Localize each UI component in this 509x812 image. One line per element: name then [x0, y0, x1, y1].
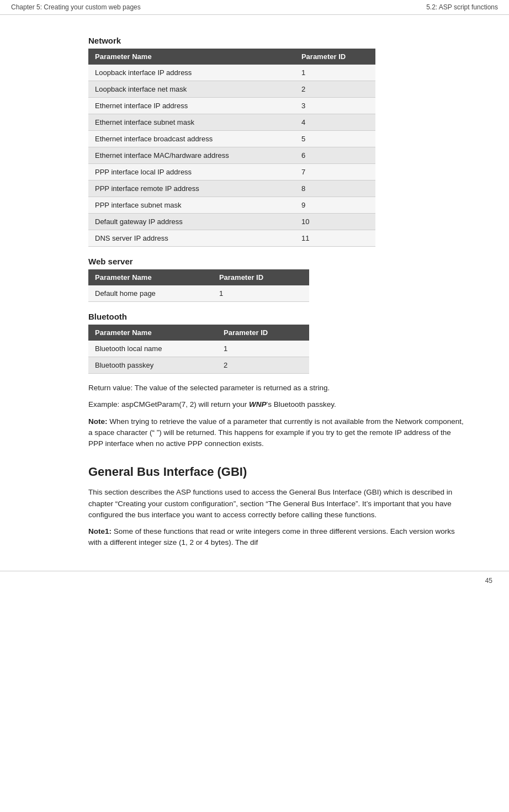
- table-row: Default home page1: [88, 285, 309, 302]
- network-col1-header: Parameter Name: [88, 49, 295, 65]
- gbi-note2-para: Note1: Some of these functions that read…: [88, 526, 465, 549]
- gbi-note2-label: Note1:: [88, 527, 112, 535]
- parameter-id-cell: 8: [295, 181, 375, 197]
- table-row: Ethernet interface broadcast address5: [88, 131, 375, 147]
- table-row: PPP interface local IP address7: [88, 164, 375, 181]
- webserver-col1-header: Parameter Name: [88, 269, 213, 285]
- parameter-id-cell: 9: [295, 197, 375, 214]
- network-table: Parameter Name Parameter ID Loopback int…: [88, 49, 375, 247]
- parameter-id-cell: 2: [295, 81, 375, 98]
- network-table-header-row: Parameter Name Parameter ID: [88, 49, 375, 65]
- parameter-id-cell: 2: [217, 357, 309, 374]
- parameter-id-cell: 11: [295, 230, 375, 247]
- table-row: Default gateway IP address10: [88, 214, 375, 230]
- parameter-name-cell: PPP interface subnet mask: [88, 197, 295, 214]
- page-header: Chapter 5: Creating your custom web page…: [0, 0, 509, 15]
- parameter-id-cell: 5: [295, 131, 375, 147]
- bluetooth-table: Parameter Name Parameter ID Bluetooth lo…: [88, 325, 309, 374]
- table-row: DNS server IP address11: [88, 230, 375, 247]
- parameter-name-cell: Loopback interface IP address: [88, 65, 295, 81]
- table-row: Ethernet interface IP address3: [88, 98, 375, 114]
- parameter-name-cell: Bluetooth passkey: [88, 357, 217, 374]
- example-suffix: 's Bluetooth passkey.: [267, 400, 336, 408]
- table-row: Loopback interface IP address1: [88, 65, 375, 81]
- note-para: Note: When trying to retrieve the value …: [88, 416, 465, 450]
- parameter-name-cell: PPP interface remote IP address: [88, 181, 295, 197]
- network-col2-header: Parameter ID: [295, 49, 375, 65]
- header-right: 5.2: ASP script functions: [426, 3, 498, 11]
- page-number: 45: [0, 571, 509, 590]
- table-row: Ethernet interface subnet mask4: [88, 114, 375, 131]
- table-row: Bluetooth local name1: [88, 341, 309, 357]
- gbi-section-title: General Bus Interface (GBI): [88, 465, 465, 479]
- webserver-table-header-row: Parameter Name Parameter ID: [88, 269, 309, 285]
- parameter-name-cell: PPP interface local IP address: [88, 164, 295, 181]
- parameter-id-cell: 10: [295, 214, 375, 230]
- example-para: Example: aspCMGetParam(7, 2) will return…: [88, 399, 465, 410]
- return-value-para: Return value: The value of the selected …: [88, 383, 465, 394]
- example-italic: WNP: [249, 400, 267, 408]
- parameter-id-cell: 1: [217, 341, 309, 357]
- bluetooth-table-header-row: Parameter Name Parameter ID: [88, 325, 309, 341]
- table-row: Loopback interface net mask2: [88, 81, 375, 98]
- webserver-table: Parameter Name Parameter ID Default home…: [88, 269, 309, 302]
- table-row: Ethernet interface MAC/hardware address6: [88, 147, 375, 164]
- table-row: PPP interface subnet mask9: [88, 197, 375, 214]
- parameter-name-cell: DNS server IP address: [88, 230, 295, 247]
- table-row: Bluetooth passkey2: [88, 357, 309, 374]
- parameter-name-cell: Default gateway IP address: [88, 214, 295, 230]
- parameter-name-cell: Ethernet interface broadcast address: [88, 131, 295, 147]
- parameter-name-cell: Ethernet interface subnet mask: [88, 114, 295, 131]
- network-section-title: Network: [88, 36, 465, 45]
- note-label: Note:: [88, 417, 108, 426]
- parameter-id-cell: 1: [295, 65, 375, 81]
- parameter-id-cell: 1: [213, 285, 309, 302]
- paragraphs-block: Return value: The value of the selected …: [88, 383, 465, 449]
- webserver-section-title: Web server: [88, 257, 465, 266]
- note-text: When trying to retrieve the value of a p…: [88, 417, 464, 448]
- parameter-name-cell: Ethernet interface IP address: [88, 98, 295, 114]
- gbi-paragraphs: This section describes the ASP functions…: [88, 487, 465, 548]
- example-prefix: Example: aspCMGetParam(7, 2) will return…: [88, 400, 249, 408]
- bluetooth-col2-header: Parameter ID: [217, 325, 309, 341]
- parameter-id-cell: 3: [295, 98, 375, 114]
- parameter-name-cell: Bluetooth local name: [88, 341, 217, 357]
- webserver-col2-header: Parameter ID: [213, 269, 309, 285]
- parameter-name-cell: Loopback interface net mask: [88, 81, 295, 98]
- gbi-para1: This section describes the ASP functions…: [88, 487, 465, 521]
- page: Chapter 5: Creating your custom web page…: [0, 0, 509, 812]
- parameter-id-cell: 6: [295, 147, 375, 164]
- table-row: PPP interface remote IP address8: [88, 181, 375, 197]
- main-content: Network Parameter Name Parameter ID Loop…: [0, 15, 509, 571]
- parameter-id-cell: 7: [295, 164, 375, 181]
- gbi-note2-text: Some of these functions that read or wri…: [88, 527, 455, 546]
- bluetooth-col1-header: Parameter Name: [88, 325, 217, 341]
- parameter-id-cell: 4: [295, 114, 375, 131]
- header-left: Chapter 5: Creating your custom web page…: [11, 3, 141, 11]
- bluetooth-section-title: Bluetooth: [88, 312, 465, 321]
- parameter-name-cell: Default home page: [88, 285, 213, 302]
- parameter-name-cell: Ethernet interface MAC/hardware address: [88, 147, 295, 164]
